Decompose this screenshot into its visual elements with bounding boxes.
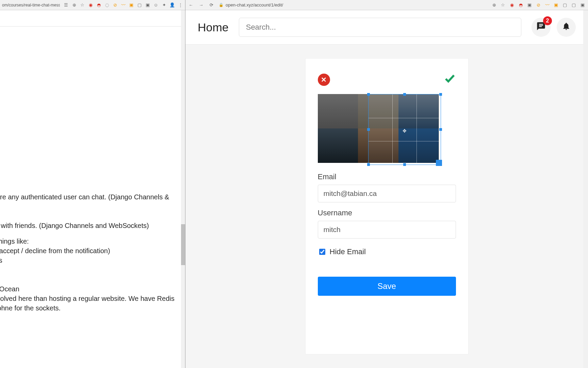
edit-account-card: ✕	[305, 58, 469, 354]
rss-icon[interactable]: 〰	[120, 2, 126, 8]
ext-icon-1[interactable]: ◉	[509, 2, 514, 8]
messages-badge: 2	[543, 16, 552, 25]
menu-icon[interactable]: ⋮	[178, 2, 183, 8]
hide-email-row[interactable]: Hide Email	[318, 247, 456, 256]
left-body-line: d requests (Can accept / decline from th…	[0, 246, 182, 256]
home-link[interactable]: Home	[198, 21, 229, 34]
left-body-line: end requests	[0, 164, 182, 173]
star-icon[interactable]: ☆	[500, 2, 506, 8]
crop-handle-tm[interactable]	[403, 93, 406, 96]
url-text: open-chat.xyz/account/1/edit/	[226, 2, 283, 7]
crop-handle-bm[interactable]	[403, 163, 406, 166]
left-body-line: guration and Daphne for the sockets.	[0, 303, 182, 313]
right-scrollbar-track[interactable]	[583, 10, 588, 368]
left-body-line: ent	[0, 50, 182, 59]
left-body-line: lic chatroom where any authenticated use…	[0, 192, 182, 202]
right-browser-window: ← → ⟳ 🔒 open-chat.xyz/account/1/edit/ ⊕ …	[185, 0, 588, 368]
left-page-tabs	[0, 10, 185, 27]
left-body-line: notifications for things like:	[0, 236, 182, 246]
check-icon	[444, 72, 456, 85]
left-body-line	[0, 129, 182, 135]
forward-button[interactable]: →	[198, 2, 204, 8]
ext-icon-8[interactable]: ▣	[580, 2, 585, 8]
left-body-line: unts	[0, 100, 182, 110]
left-body-line: ebsite on Digital Ocean	[0, 284, 182, 294]
right-chrome-icons: ⊕ ☆ ◉ ◓ ▣ ⊘ 〰 ▣ ▢ ▢ ▣	[491, 2, 585, 8]
extensions-icon[interactable]: ✦	[161, 2, 167, 8]
left-body-line: n	[0, 183, 182, 192]
crop-handle-bl[interactable]	[367, 163, 370, 166]
email-field[interactable]	[318, 185, 456, 202]
left-scrollbar-thumb[interactable]	[181, 224, 185, 265]
left-url-fragment: om/courses/real-time-chat-messenger/	[2, 3, 60, 7]
ext-icon-5[interactable]: ▣	[553, 2, 559, 8]
left-body-line: end requests	[0, 144, 182, 154]
search-input[interactable]	[239, 18, 521, 37]
star-icon[interactable]: ☆	[80, 2, 85, 8]
address-bar[interactable]: 🔒 open-chat.xyz/account/1/edit/	[219, 2, 487, 7]
username-field[interactable]	[318, 221, 456, 239]
ext-icon-3[interactable]: ◌	[104, 2, 110, 8]
ext-icon-8[interactable]: ☺	[153, 2, 159, 8]
ext-icon-6[interactable]: ▢	[137, 2, 142, 8]
left-body-line: ssword	[0, 81, 182, 91]
left-body-line: a domain	[0, 275, 182, 284]
crop-selection[interactable]: ✥	[368, 94, 441, 165]
left-body-line	[0, 230, 182, 236]
app-header: Home 2	[185, 10, 588, 44]
avatar-crop-area[interactable]: ✥	[318, 94, 439, 163]
zoom-icon[interactable]: ⊕	[491, 2, 497, 8]
left-page-content: :entonsswordassworduntscount properties …	[0, 27, 185, 320]
save-button[interactable]: Save	[318, 277, 456, 296]
zoom-icon[interactable]: ⊕	[71, 2, 77, 8]
notifications-button[interactable]	[557, 18, 576, 37]
ext-icon-7[interactable]: ▢	[571, 2, 576, 8]
left-body-line: riends	[0, 173, 182, 183]
left-body-line: e's a lot more involved here than hostin…	[0, 294, 182, 303]
ext-icon-2[interactable]: ◓	[518, 2, 523, 8]
left-body-line: m	[0, 211, 182, 221]
crop-handle-tr[interactable]	[439, 93, 442, 96]
close-icon: ✕	[321, 76, 327, 84]
left-body-line: d requests	[0, 135, 182, 144]
rss-icon[interactable]: 〰	[544, 2, 550, 8]
move-cursor-icon: ✥	[402, 128, 408, 134]
left-body-line: -1 conversations with friends. (Django C…	[0, 221, 182, 230]
ext-icon-5[interactable]: ▣	[129, 2, 134, 8]
ext-icon-4[interactable]: ⊘	[112, 2, 118, 8]
bell-icon	[562, 22, 571, 33]
left-body-line: :	[0, 33, 182, 50]
left-body-line: ts)	[0, 202, 182, 211]
ext-icon-3[interactable]: ▣	[527, 2, 532, 8]
crop-cancel-button[interactable]: ✕	[318, 74, 330, 86]
left-body-line: count properties	[0, 110, 182, 119]
reader-icon[interactable]: ☰	[63, 2, 69, 8]
ext-icon-1[interactable]: ◉	[88, 2, 93, 8]
left-scrollbar-track[interactable]	[181, 10, 185, 368]
left-body-line	[0, 69, 182, 75]
search-wrapper	[239, 18, 521, 37]
profile-icon[interactable]: 👤	[169, 2, 175, 8]
left-body-line: end requests	[0, 154, 182, 164]
crop-handle-lm[interactable]	[367, 128, 370, 131]
left-body-line: on	[0, 59, 182, 69]
header-actions: 2	[532, 18, 576, 37]
left-body-line: assword	[0, 91, 182, 100]
right-chrome-toolbar: ← → ⟳ 🔒 open-chat.xyz/account/1/edit/ ⊕ …	[185, 0, 588, 10]
crop-confirm-button[interactable]	[444, 72, 456, 87]
ext-icon-7[interactable]: ▣	[145, 2, 150, 8]
ext-icon-4[interactable]: ⊘	[536, 2, 541, 8]
crop-handle-rm[interactable]	[439, 128, 442, 131]
back-button[interactable]: ←	[188, 2, 194, 8]
crop-handle-br[interactable]	[436, 160, 442, 166]
left-body-line: te chat messages	[0, 256, 182, 265]
ext-icon-6[interactable]: ▢	[562, 2, 568, 8]
messages-button[interactable]: 2	[532, 18, 551, 37]
ext-icon-2[interactable]: ◓	[96, 2, 101, 8]
left-chrome-toolbar: om/courses/real-time-chat-messenger/ ☰ ⊕…	[0, 0, 185, 10]
app-main: ✕	[185, 44, 588, 368]
crop-action-row: ✕	[318, 72, 456, 87]
hide-email-checkbox[interactable]	[319, 249, 325, 255]
crop-handle-tl[interactable]	[367, 93, 370, 96]
reload-button[interactable]: ⟳	[209, 2, 214, 8]
